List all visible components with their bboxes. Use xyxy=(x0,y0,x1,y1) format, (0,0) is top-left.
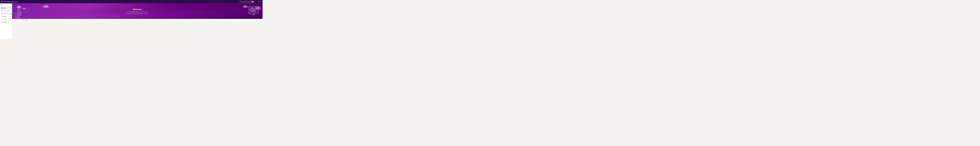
topbar-right: Try the new admin center ☾ ⚙ ? xyxy=(239,0,262,3)
svg-point-4 xyxy=(2,2,2,2)
environment-groups-icon xyxy=(1,13,3,14)
page-toolbar: + + Add cards Share feedback xyxy=(12,19,263,21)
try-new-admin-button[interactable]: Try the new admin center xyxy=(239,0,255,3)
security-icon xyxy=(1,19,3,20)
add-icon: + xyxy=(13,19,14,21)
try-new-admin-toggle[interactable] xyxy=(251,1,253,2)
svg-rect-61 xyxy=(254,12,255,13)
banner-left-decoration xyxy=(14,5,24,19)
svg-point-7 xyxy=(2,2,2,3)
star-5-icon: ✦ xyxy=(54,8,55,8)
svg-rect-13 xyxy=(1,14,2,14)
environments-icon xyxy=(1,10,3,11)
svg-point-5 xyxy=(2,2,3,2)
svg-rect-50 xyxy=(251,15,255,15)
banner-right-decoration xyxy=(248,6,259,17)
svg-rect-47 xyxy=(21,16,21,17)
svg-point-28 xyxy=(46,5,48,7)
svg-point-6 xyxy=(1,2,2,3)
topbar: Power Platform admin center Try the new … xyxy=(0,0,263,3)
svg-rect-54 xyxy=(251,11,252,12)
analytics-icon xyxy=(1,22,3,23)
star-1-icon: ✦ xyxy=(32,5,33,6)
svg-rect-62 xyxy=(253,11,254,11)
sidebar-item-home[interactable]: Home xyxy=(0,6,11,9)
svg-rect-14 xyxy=(2,14,3,14)
sidebar-item-environments[interactable]: Environments xyxy=(0,10,11,12)
feedback-icon xyxy=(20,19,21,21)
svg-rect-63 xyxy=(255,11,256,11)
sidebar-item-analytics[interactable]: Analytics ▾ xyxy=(0,21,11,24)
svg-point-2 xyxy=(2,1,3,1)
svg-rect-35 xyxy=(18,6,20,19)
try-new-admin-label: Try the new admin center xyxy=(240,1,251,2)
svg-point-1 xyxy=(2,1,2,1)
welcome-banner: ✦ ✦ ✦ ✦ ✦ xyxy=(12,3,263,19)
add-cards-button[interactable]: + + Add cards xyxy=(13,19,19,21)
sidebar-advisor-label: Advisor xyxy=(3,16,6,17)
share-feedback-button[interactable]: Share feedback xyxy=(20,19,28,21)
svg-rect-55 xyxy=(250,10,251,10)
svg-rect-45 xyxy=(16,14,17,16)
sidebar-item-advisor[interactable]: Advisor xyxy=(0,15,11,18)
settings-icon-button[interactable]: ⚙ xyxy=(258,0,260,3)
cloud-3 xyxy=(43,4,49,8)
svg-rect-48 xyxy=(248,6,258,14)
moon-icon: ☾ xyxy=(256,1,257,2)
svg-rect-17 xyxy=(1,22,2,23)
sidebar-hamburger-button[interactable]: ☰ xyxy=(0,4,12,6)
home-icon xyxy=(1,7,3,9)
topbar-brand: Power Platform admin center xyxy=(1,1,239,3)
help-icon: ? xyxy=(261,1,261,3)
analytics-chevron-icon: ▾ xyxy=(10,22,11,22)
app-title: Power Platform admin center xyxy=(3,1,18,2)
power-platform-logo-icon xyxy=(1,1,3,3)
svg-point-3 xyxy=(1,2,2,2)
moon-icon-button[interactable]: ☾ xyxy=(255,0,257,3)
svg-rect-60 xyxy=(254,10,255,10)
svg-rect-46 xyxy=(20,11,21,16)
star-2-icon: ✦ xyxy=(27,8,27,9)
svg-point-0 xyxy=(1,1,2,1)
banner-content: Welcome The Power Platform admin center … xyxy=(126,8,149,14)
svg-rect-18 xyxy=(2,22,2,23)
sidebar-item-environment-groups[interactable]: Environment groups xyxy=(0,13,11,15)
sidebar-environment-groups-label: Environment groups xyxy=(3,13,11,14)
main-content: ✦ ✦ ✦ ✦ ✦ xyxy=(12,3,263,39)
sidebar-analytics-label: Analytics xyxy=(3,22,7,23)
svg-rect-56 xyxy=(253,10,254,10)
help-icon-button[interactable]: ? xyxy=(260,1,262,3)
gear-icon: ⚙ xyxy=(258,1,259,2)
sidebar-home-label: Home xyxy=(3,8,6,9)
svg-rect-43 xyxy=(15,13,17,18)
svg-point-31 xyxy=(245,5,247,7)
svg-rect-44 xyxy=(15,14,16,16)
svg-point-8 xyxy=(2,2,3,3)
welcome-title: Welcome xyxy=(126,8,149,11)
svg-point-25 xyxy=(24,8,25,9)
welcome-subtitle: The Power Platform admin center is the p… xyxy=(126,11,149,14)
advisor-icon xyxy=(1,16,3,17)
sidebar-environments-label: Environments xyxy=(3,10,9,11)
sidebar-security-label: Security xyxy=(3,19,6,20)
main-layout: ☰ Home Environments Environment groups xyxy=(0,3,263,39)
sidebar: ☰ Home Environments Environment groups xyxy=(0,3,12,39)
sidebar-item-security[interactable]: Security xyxy=(0,18,11,21)
svg-rect-49 xyxy=(253,14,254,15)
